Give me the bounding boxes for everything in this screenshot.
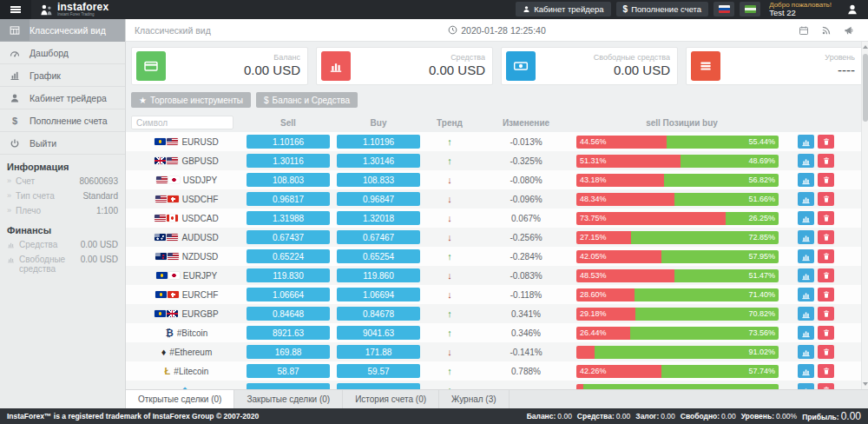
symbol-cell[interactable]: USDCAD xyxy=(130,214,243,223)
symbol-cell[interactable]: EURCHF xyxy=(130,290,243,300)
buy-price-button[interactable]: 108.833 xyxy=(337,173,420,187)
bottom-tab[interactable]: Открытые сделки (0) xyxy=(126,390,234,408)
positions-bar: 29.18% 70.82% xyxy=(576,308,779,321)
sell-price-button[interactable]: 1.06664 xyxy=(247,288,330,301)
buy-price-button[interactable]: 9041.63 xyxy=(337,326,420,340)
delete-symbol-button[interactable] xyxy=(818,288,834,301)
buy-price-button[interactable]: 59.57 xyxy=(337,364,420,378)
scrollbar-thumb[interactable] xyxy=(863,54,868,122)
buy-price-button[interactable]: 119.860 xyxy=(337,268,420,282)
symbol-cell[interactable]: Ł #Litecoin xyxy=(130,367,243,376)
buy-price-button[interactable]: 1.06694 xyxy=(337,288,420,301)
change-value: -0.325% xyxy=(476,156,576,166)
delete-symbol-button[interactable] xyxy=(818,268,834,282)
sell-price-button[interactable]: 119.830 xyxy=(247,268,330,282)
sell-price-button[interactable]: 0.96817 xyxy=(247,192,330,206)
sidebar-item-classic-view[interactable]: Классический вид xyxy=(0,19,125,42)
open-chart-button[interactable] xyxy=(798,135,814,149)
open-chart-button[interactable] xyxy=(798,249,814,263)
sell-price-button[interactable]: 1.10166 xyxy=(247,135,330,149)
symbol-cell[interactable]: USDCHF xyxy=(130,195,243,204)
language-russian-flag-icon[interactable] xyxy=(713,2,734,17)
bottom-tab[interactable]: История счета (0) xyxy=(343,390,439,408)
symbol-cell[interactable]: AUDUSD xyxy=(130,233,243,242)
open-chart-button[interactable] xyxy=(798,268,814,282)
symbol-cell[interactable]: USDJPY xyxy=(130,176,243,185)
open-chart-button[interactable] xyxy=(798,307,814,321)
calendar-icon[interactable] xyxy=(799,25,809,36)
buy-price-button[interactable] xyxy=(337,383,420,389)
delete-symbol-button[interactable] xyxy=(818,364,834,378)
open-chart-button[interactable] xyxy=(798,326,814,340)
vertical-scrollbar[interactable] xyxy=(861,42,868,389)
sell-price-button[interactable]: 1.31988 xyxy=(247,211,330,225)
delete-symbol-button[interactable] xyxy=(818,154,834,168)
symbol-cell[interactable]: GBPUSD xyxy=(130,156,243,166)
delete-symbol-button[interactable] xyxy=(818,135,834,149)
open-chart-button[interactable] xyxy=(798,173,814,187)
symbol-cell[interactable]: ₿ #Bitcoin xyxy=(130,328,243,338)
symbol-filter-input[interactable] xyxy=(131,116,233,129)
sidebar-item-dashboard[interactable]: Дашборд xyxy=(0,42,125,64)
delete-symbol-button[interactable] xyxy=(818,249,834,263)
trader-cabinet-button[interactable]: Кабинет трейдера xyxy=(516,2,610,17)
open-chart-button[interactable] xyxy=(798,230,814,244)
symbol-cell[interactable]: EURGBP xyxy=(130,309,243,319)
delete-symbol-button[interactable] xyxy=(818,383,834,389)
scroll-down-arrow-icon[interactable] xyxy=(863,382,868,386)
sell-price-button[interactable]: 8921.63 xyxy=(247,326,330,340)
buy-price-button[interactable]: 0.65254 xyxy=(337,249,420,263)
open-chart-button[interactable] xyxy=(798,383,814,389)
symbol-cell[interactable]: ♦ #Ethereum xyxy=(130,348,243,357)
sell-price-button[interactable]: 169.88 xyxy=(247,345,330,359)
bottom-tab[interactable]: Закрытые сделки (0) xyxy=(234,390,343,408)
delete-symbol-button[interactable] xyxy=(818,230,834,244)
sidebar-item-trader-cabinet[interactable]: Кабинет трейдера xyxy=(0,87,125,109)
open-chart-button[interactable] xyxy=(798,211,814,225)
delete-symbol-button[interactable] xyxy=(818,211,834,225)
change-value: 0.067% xyxy=(476,214,576,223)
sidebar-item-deposit[interactable]: $ Пополнение счета xyxy=(0,109,125,132)
delete-symbol-button[interactable] xyxy=(818,326,834,340)
symbol-cell[interactable]: NZDUSD xyxy=(130,252,243,262)
scroll-up-arrow-icon[interactable] xyxy=(863,45,868,49)
sell-price-button[interactable]: 1.30116 xyxy=(247,154,330,168)
buy-price-button[interactable]: 0.84678 xyxy=(337,307,420,321)
avatar-icon[interactable] xyxy=(844,1,861,18)
buy-price-button[interactable]: 1.30146 xyxy=(337,154,420,168)
hamburger-menu-icon[interactable] xyxy=(0,0,31,19)
buy-positions-segment: 55.44% xyxy=(667,136,779,149)
balance-funds-button[interactable]: $ Баланс и Средства xyxy=(256,92,358,108)
sell-price-button[interactable]: 108.803 xyxy=(247,173,330,187)
bottom-tab[interactable]: Журнал (3) xyxy=(439,390,510,408)
sell-price-button[interactable]: 0.65224 xyxy=(247,249,330,263)
open-chart-button[interactable] xyxy=(798,364,814,378)
symbol-cell[interactable]: EURJPY xyxy=(130,271,243,281)
deposit-button[interactable]: $ Пополнение счета xyxy=(616,2,709,17)
trading-instruments-button[interactable]: ★ Торговые инструменты xyxy=(131,92,251,108)
sidebar-item-logout[interactable]: Выйти xyxy=(0,132,125,155)
sell-price-button[interactable]: 0.84648 xyxy=(247,307,330,321)
logo[interactable]: instaforex Instant Forex Trading xyxy=(40,2,108,17)
delete-symbol-button[interactable] xyxy=(818,173,834,187)
language-green-flag-icon[interactable] xyxy=(740,2,760,17)
megaphone-icon[interactable] xyxy=(844,25,854,36)
sell-price-button[interactable]: 58.87 xyxy=(247,364,330,378)
buy-price-button[interactable]: 171.88 xyxy=(337,345,420,359)
symbol-cell[interactable]: EURUSD xyxy=(130,137,243,147)
open-chart-button[interactable] xyxy=(798,154,814,168)
buy-price-button[interactable]: 1.10196 xyxy=(337,135,420,149)
buy-price-button[interactable]: 0.67467 xyxy=(337,230,420,244)
delete-symbol-button[interactable] xyxy=(818,345,834,359)
buy-price-button[interactable]: 1.32018 xyxy=(337,211,420,225)
open-chart-button[interactable] xyxy=(798,192,814,206)
delete-symbol-button[interactable] xyxy=(818,192,834,206)
sell-price-button[interactable] xyxy=(247,383,330,389)
buy-price-button[interactable]: 0.96847 xyxy=(337,192,420,206)
delete-symbol-button[interactable] xyxy=(818,307,834,321)
sell-price-button[interactable]: 0.67437 xyxy=(247,230,330,244)
open-chart-button[interactable] xyxy=(798,288,814,301)
rss-icon[interactable] xyxy=(821,25,832,36)
sidebar-item-chart[interactable]: График xyxy=(0,64,125,87)
open-chart-button[interactable] xyxy=(798,345,814,359)
